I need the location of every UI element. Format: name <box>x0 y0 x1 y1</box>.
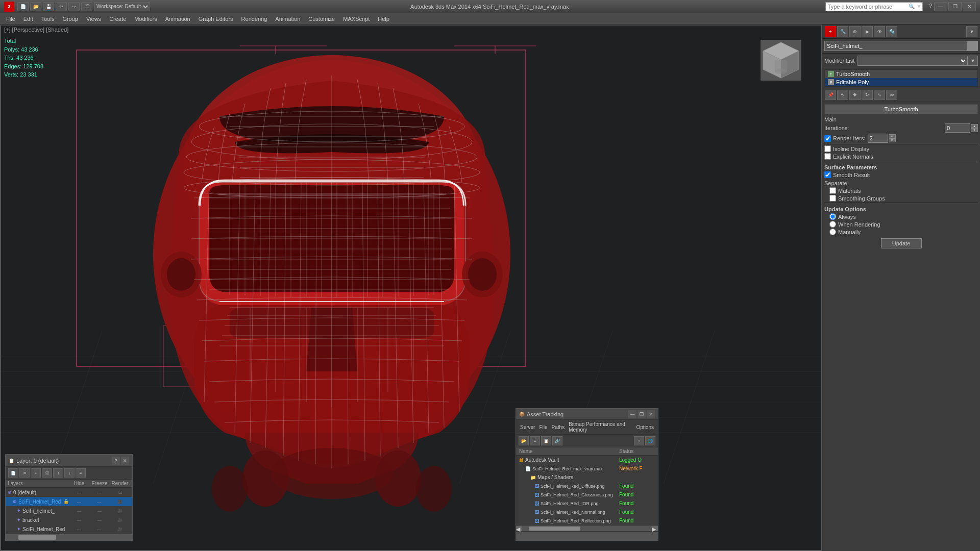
asset-row-glossiness[interactable]: 🖼 SciFi_Helmet_Red_Glossiness.png Found <box>516 490 658 499</box>
menu-modifiers[interactable]: Modifiers <box>130 15 161 23</box>
layer-row-default[interactable]: ⊕ 0 (default) — — ☐ <box>6 488 132 497</box>
hierarchy-panel-btn[interactable]: ⊕ <box>849 26 861 37</box>
menu-customize[interactable]: Customize <box>304 15 339 23</box>
render-btn[interactable]: 🎬 <box>81 2 92 11</box>
modifier-editable-poly[interactable]: P Editable Poly <box>825 78 977 86</box>
asset-menu-server[interactable]: Server <box>518 424 537 431</box>
menu-file[interactable]: File <box>2 15 19 23</box>
create-panel-btn[interactable]: ✦ <box>825 26 836 37</box>
panel-more-btn[interactable]: ▼ <box>966 26 977 37</box>
layers-help-btn[interactable]: ? <box>112 457 120 465</box>
undo-btn[interactable]: ↩ <box>56 2 67 11</box>
explicit-normals-checkbox[interactable] <box>824 153 831 160</box>
asset-row-vault[interactable]: 🏛 Autodesk Vault Logged O <box>516 456 658 464</box>
iterations-input[interactable] <box>945 123 970 133</box>
menu-help[interactable]: Help <box>374 15 394 23</box>
menu-tools[interactable]: Tools <box>37 15 59 23</box>
close-button[interactable]: ✕ <box>963 2 976 11</box>
layers-scroll-thumb[interactable] <box>18 535 56 540</box>
menu-maxscript[interactable]: MAXScript <box>339 15 374 23</box>
asset-row-ior[interactable]: 🖼 SciFi_Helmet_Red_IOR.png Found <box>516 499 658 508</box>
layers-move2-btn[interactable]: ↓ <box>64 468 75 478</box>
asset-scroll-left[interactable]: ◀ <box>516 526 522 531</box>
mod-rotate-btn[interactable]: ↻ <box>862 90 873 100</box>
render-iters-input[interactable] <box>868 134 888 143</box>
iterations-down[interactable]: ▼ <box>971 128 978 132</box>
menu-views[interactable]: Views <box>82 15 105 23</box>
layers-more-btn[interactable]: ≡ <box>76 468 86 478</box>
menu-rendering[interactable]: Rendering <box>237 15 272 23</box>
layers-move-btn[interactable]: ↑ <box>53 468 63 478</box>
layers-scrollbar[interactable] <box>6 534 132 540</box>
smoothing-groups-checkbox[interactable] <box>829 195 836 202</box>
save-btn[interactable]: 💾 <box>43 2 54 11</box>
asset-row-normal[interactable]: 🖼 SciFi_Helmet_Red_Normal.png Found <box>516 508 658 516</box>
mod-select-btn[interactable]: ↖ <box>837 90 848 100</box>
modifier-dropdown-arrow[interactable]: ▼ <box>968 56 978 66</box>
menu-animation2[interactable]: Animation <box>271 15 304 23</box>
open-btn[interactable]: 📂 <box>30 2 41 11</box>
minimize-button[interactable]: — <box>934 2 947 11</box>
layers-delete-btn[interactable]: ✕ <box>19 468 30 478</box>
materials-checkbox[interactable] <box>829 187 836 194</box>
search-icon[interactable]: 🔍 <box>908 3 916 10</box>
layer-row-scifi-helmet-red2[interactable]: ✦ SciFi_Helmet_Red — — 🎥 <box>6 524 132 534</box>
redo-btn[interactable]: ↪ <box>68 2 80 11</box>
asset-tb-2[interactable]: ≡ <box>530 436 540 445</box>
utilities-panel-btn[interactable]: 🔩 <box>886 26 897 37</box>
asset-tb-4[interactable]: 🔗 <box>552 436 562 445</box>
menu-graph-editors[interactable]: Graph Editors <box>194 15 237 23</box>
render-iters-up[interactable]: ▲ <box>889 134 896 138</box>
layers-new-btn[interactable]: 📄 <box>8 468 18 478</box>
mod-more-btn[interactable]: ≫ <box>886 90 897 100</box>
asset-row-max-file[interactable]: 📄 SciFi_Helmet_Red_max_vray.max Network … <box>516 464 658 473</box>
search-input[interactable] <box>826 3 908 11</box>
manually-radio[interactable] <box>829 229 836 235</box>
object-name-input[interactable] <box>824 41 968 51</box>
object-color-swatch[interactable]: ■ <box>968 41 978 51</box>
layer-row-scifi-helmet-red[interactable]: ⊕ SciFi_Helmet_Red 🔒 — — 🎥 <box>6 497 132 506</box>
menu-animation[interactable]: Animation <box>161 15 194 23</box>
help-icon[interactable]: ? <box>928 2 933 11</box>
update-button[interactable]: Update <box>881 238 922 248</box>
render-iters-checkbox[interactable] <box>824 135 831 142</box>
viewport[interactable]: [+] [Perspective] [Shaded] Total Polys: … <box>0 24 822 551</box>
mod-move-btn[interactable]: ✥ <box>849 90 861 100</box>
asset-menu-options[interactable]: Options <box>634 424 656 431</box>
asset-close-btn[interactable]: ✕ <box>647 410 655 418</box>
modifier-list-dropdown[interactable] <box>857 56 968 66</box>
asset-scroll-right[interactable]: ▶ <box>652 526 658 531</box>
asset-minimize-btn[interactable]: — <box>628 410 636 418</box>
restore-button[interactable]: ❐ <box>948 2 962 11</box>
always-radio[interactable] <box>829 213 836 220</box>
layer-row-bracket[interactable]: ✦ bracket — — 🎥 <box>6 515 132 524</box>
asset-tb-1[interactable]: 📂 <box>519 436 529 445</box>
modifier-turbosmooth[interactable]: T TurboSmooth <box>825 70 977 78</box>
asset-web-btn[interactable]: 🌐 <box>645 436 655 445</box>
smooth-result-checkbox[interactable] <box>824 171 831 178</box>
asset-tb-3[interactable]: 📋 <box>541 436 551 445</box>
render-iters-down[interactable]: ▼ <box>889 138 896 142</box>
asset-row-reflection[interactable]: 🖼 SciFi_Helmet_Red_Reflection.png Found <box>516 516 658 525</box>
asset-help-btn[interactable]: ? <box>634 436 644 445</box>
asset-menu-bitmap[interactable]: Bitmap Performance and Memory <box>567 421 634 433</box>
isoline-checkbox[interactable] <box>824 145 831 152</box>
layers-scroll-track[interactable] <box>6 534 132 540</box>
asset-menu-file[interactable]: File <box>537 424 549 431</box>
pin-stack-btn[interactable]: 📌 <box>825 90 836 100</box>
layers-add-btn[interactable]: + <box>31 468 41 478</box>
asset-restore-btn[interactable]: ❐ <box>638 410 646 418</box>
asset-row-diffuse[interactable]: 🖼 SciFi_Helmet_Red_Diffuse.png Found <box>516 482 658 490</box>
display-panel-btn[interactable]: 👁 <box>874 26 885 37</box>
asset-row-maps-folder[interactable]: 📁 Maps / Shaders <box>516 473 658 482</box>
menu-create[interactable]: Create <box>105 15 130 23</box>
new-btn[interactable]: 📄 <box>17 2 29 11</box>
iterations-up[interactable]: ▲ <box>971 124 978 128</box>
layers-select-btn[interactable]: ☑ <box>42 468 52 478</box>
modify-panel-btn[interactable]: 🔧 <box>837 26 848 37</box>
search-expand-icon[interactable]: ▼ <box>916 3 923 10</box>
asset-menu-paths[interactable]: Paths <box>550 424 567 431</box>
layers-close-btn[interactable]: ✕ <box>121 457 129 465</box>
menu-group[interactable]: Group <box>58 15 82 23</box>
motion-panel-btn[interactable]: ▶ <box>862 26 873 37</box>
